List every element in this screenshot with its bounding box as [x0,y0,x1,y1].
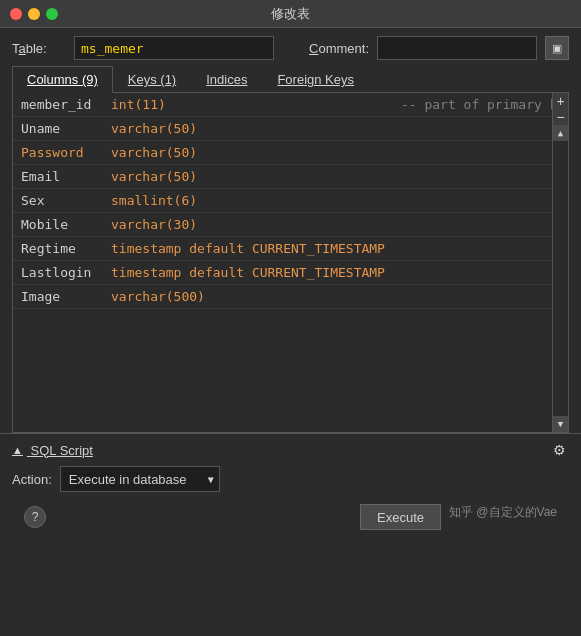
action-row: Action: Execute in database Save to file… [12,466,569,492]
tab-keys[interactable]: Keys (1) [113,66,191,92]
sql-label: SQL Script [27,443,93,458]
column-type: varchar(30) [103,213,393,237]
column-name: Password [13,141,103,165]
main-content: Table: Comment: ▣ Columns (9) Keys (1) I… [0,28,581,433]
column-name: Image [13,285,103,309]
add-column-button[interactable]: + [552,93,568,109]
table-row[interactable]: Unamevarchar(50) [13,117,569,141]
table-row[interactable]: Mobilevarchar(30) [13,213,569,237]
comment-section: Comment: ▣ [309,36,569,60]
tab-foreign-keys[interactable]: Foreign Keys [262,66,369,92]
table-row[interactable]: Emailvarchar(50) [13,165,569,189]
column-name: Mobile [13,213,103,237]
close-button[interactable] [10,8,22,20]
help-button[interactable]: ? [24,506,46,528]
watermark: 知乎 @自定义的Vae [449,504,557,530]
column-type: varchar(500) [103,285,393,309]
tab-columns[interactable]: Columns (9) [12,66,113,93]
table-row[interactable]: Imagevarchar(500) [13,285,569,309]
comment-label: Comment: [309,41,369,56]
table-row[interactable]: Lastlogintimestamp default CURRENT_TIMES… [13,261,569,285]
table-row[interactable]: Passwordvarchar(50) [13,141,569,165]
title-bar: 修改表 [0,0,581,28]
action-select-wrapper: Execute in database Save to file Copy to… [60,466,220,492]
action-select[interactable]: Execute in database Save to file Copy to… [60,466,220,492]
window-title: 修改表 [271,5,310,23]
column-type: varchar(50) [103,165,393,189]
tab-indices[interactable]: Indices [191,66,262,92]
table-row[interactable]: member_idint(11)-- part of primary key [13,93,569,117]
column-name: Sex [13,189,103,213]
maximize-button[interactable] [46,8,58,20]
sql-header: ▲ SQL Script ⚙ [12,440,569,460]
comment-input[interactable] [377,36,537,60]
scroll-down-button[interactable]: ▼ [553,416,569,432]
remove-column-button[interactable]: − [552,109,568,125]
column-name: Regtime [13,237,103,261]
columns-table: member_idint(11)-- part of primary keyUn… [13,93,569,309]
column-name: Lastlogin [13,261,103,285]
scroll-up-button[interactable]: ▲ [553,125,569,141]
sql-settings-button[interactable]: ⚙ [549,440,569,460]
column-comment: -- part of primary key [393,93,569,117]
minimize-button[interactable] [28,8,40,20]
column-type: smallint(6) [103,189,393,213]
column-name: member_id [13,93,103,117]
table-row[interactable]: Regtimetimestamp default CURRENT_TIMESTA… [13,237,569,261]
comment-icon-button[interactable]: ▣ [545,36,569,60]
column-name: Uname [13,117,103,141]
column-type: timestamp default CURRENT_TIMESTAMP [103,237,393,261]
sql-toggle-arrow[interactable]: ▲ [12,444,23,456]
table-row[interactable]: Sexsmallint(6) [13,189,569,213]
table-label: Table: [12,41,62,56]
columns-table-container: member_idint(11)-- part of primary keyUn… [12,93,569,433]
tabs-bar: Columns (9) Keys (1) Indices Foreign Key… [12,66,569,93]
sql-title: ▲ SQL Script [12,443,93,458]
column-type: varchar(50) [103,141,393,165]
execute-button[interactable]: Execute [360,504,441,530]
form-row: Table: Comment: ▣ [12,36,569,60]
bottom-action-buttons: Execute 知乎 @自定义的Vae [360,504,557,530]
table-input[interactable] [74,36,274,60]
bottom-bar: ? Execute 知乎 @自定义的Vae [12,500,569,534]
action-label: Action: [12,472,52,487]
scroll-track: ▲ ▼ [552,125,568,432]
column-type: timestamp default CURRENT_TIMESTAMP [103,261,393,285]
column-type: varchar(50) [103,117,393,141]
sql-section: ▲ SQL Script ⚙ Action: Execute in databa… [0,433,581,540]
window-controls [10,8,58,20]
column-type: int(11) [103,93,393,117]
column-name: Email [13,165,103,189]
